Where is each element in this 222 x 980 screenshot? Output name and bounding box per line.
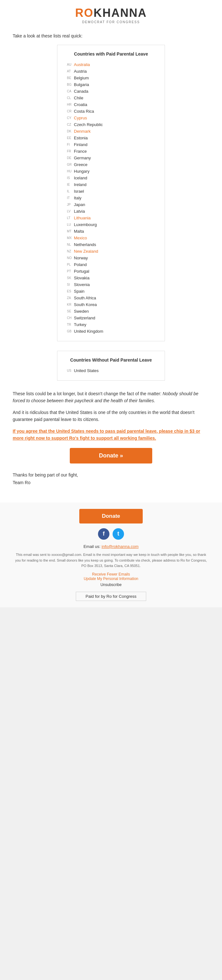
list-item: nzNew Zealand <box>67 248 155 255</box>
country-name: Iceland <box>74 175 87 180</box>
country-code: gr <box>67 163 74 166</box>
country-name: Turkey <box>74 322 86 327</box>
table1-title: Countries with Paid Parental Leave <box>67 51 155 57</box>
list-item: lvLatvia <box>67 208 155 215</box>
logo-ro: RO <box>75 6 94 19</box>
list-item: fiFinland <box>67 141 155 148</box>
table2-title: Countries Without Paid Parental Leave <box>67 358 155 363</box>
country-name: Japan <box>74 202 85 207</box>
country-name: Ireland <box>74 182 87 187</box>
country-name: Cyprus <box>74 116 87 120</box>
country-name: Poland <box>74 262 87 267</box>
country-code: kr <box>67 303 74 306</box>
email-label: Email us: <box>83 544 100 549</box>
country-name: New Zealand <box>74 249 98 254</box>
country-name: Portugal <box>74 269 89 274</box>
cta-link[interactable]: If you agree that the United States need… <box>13 428 209 442</box>
country-name: Denmark <box>74 129 91 134</box>
update-info-link[interactable]: Update My Personal Information <box>84 576 138 581</box>
country-code: ca <box>67 89 74 93</box>
country-code: za <box>67 296 74 300</box>
country-code: lv <box>67 210 74 213</box>
logo: ROKHANNA <box>0 6 222 20</box>
country-code: jp <box>67 203 74 206</box>
country-name: Mexico <box>74 235 87 240</box>
country-code: au <box>67 63 74 66</box>
footer-donate-button[interactable]: Donate <box>79 509 143 523</box>
list-item: eeEstonia <box>67 135 155 141</box>
country-code: hu <box>67 170 74 173</box>
country-name: South Africa <box>74 296 96 300</box>
country-code: mt <box>67 229 74 233</box>
country-code: tr <box>67 323 74 326</box>
list-item: ilIsrael <box>67 188 155 195</box>
table-without-leave: Countries Without Paid Parental Leave us… <box>57 351 165 381</box>
country-code: se <box>67 310 74 313</box>
country-name: Canada <box>74 89 89 94</box>
country-code: no <box>67 256 74 260</box>
unsubscribe[interactable]: Unsubscribe <box>13 582 209 587</box>
social-icons: f t <box>13 528 209 540</box>
donate-button-main[interactable]: Donate » <box>70 448 152 463</box>
country-name: Sweden <box>74 309 89 313</box>
list-item: trTurkey <box>67 321 155 328</box>
country-code: at <box>67 70 74 73</box>
content-area: Take a look at these lists real quick: C… <box>0 29 222 493</box>
email-link[interactable]: info@rokhanna.com <box>101 544 139 549</box>
list-item: jpJapan <box>67 201 155 208</box>
list-item: auAustralia <box>67 61 155 68</box>
country-name: Greece <box>74 162 87 167</box>
list-item: dkDenmark <box>67 128 155 135</box>
list-item: siSlovenia <box>67 281 155 288</box>
country-code: us <box>67 369 74 372</box>
country-code: ie <box>67 183 74 186</box>
country-name: Finland <box>74 142 87 147</box>
country-code: mx <box>67 236 74 240</box>
list-item: deGermany <box>67 154 155 161</box>
list-item: nlNetherlands <box>67 241 155 248</box>
country-name: South Korea <box>74 302 97 307</box>
list-item: isIceland <box>67 175 155 181</box>
country-code: si <box>67 283 74 286</box>
list-item: ptPortugal <box>67 268 155 275</box>
list-item: seSweden <box>67 308 155 315</box>
list-item: noNorway <box>67 255 155 261</box>
table1-countries: auAustraliaatAustriabeBelgiumbgBulgariac… <box>67 61 155 335</box>
list-item: mxMexico <box>67 235 155 241</box>
country-name: Costa Rica <box>74 109 94 114</box>
facebook-icon[interactable]: f <box>98 528 109 540</box>
country-code: il <box>67 189 74 193</box>
fewer-emails-link[interactable]: Receive Fewer Emails <box>92 572 130 576</box>
country-code: is <box>67 176 74 180</box>
country-name: United Kingdom <box>74 329 103 334</box>
country-name: Croatia <box>74 102 87 107</box>
list-item: frFrance <box>67 148 155 154</box>
country-name: Spain <box>74 289 84 294</box>
list-item: caCanada <box>67 88 155 95</box>
list-item: beBelgium <box>67 75 155 81</box>
country-name: France <box>74 149 87 154</box>
list-item: huHungary <box>67 168 155 175</box>
country-name: Czech Republic <box>74 122 103 127</box>
list-item: itItaly <box>67 195 155 201</box>
sign-off: Thanks for being part of our fight, Team… <box>13 471 209 487</box>
table-with-leave: Countries with Paid Parental Leave auAus… <box>57 45 165 341</box>
country-name: Austria <box>74 69 87 74</box>
list-item: skSlovakia <box>67 275 155 281</box>
country-name: Australia <box>74 62 90 67</box>
country-code: cr <box>67 110 74 113</box>
list-item: gbUnited Kingdom <box>67 328 155 335</box>
twitter-icon[interactable]: t <box>113 528 124 540</box>
list-item: krSouth Korea <box>67 301 155 308</box>
country-code: sk <box>67 276 74 280</box>
country-code: pl <box>67 263 74 266</box>
country-name: Switzerland <box>74 315 95 320</box>
country-code: pt <box>67 269 74 273</box>
country-code: cy <box>67 116 74 120</box>
list-item: czCzech Republic <box>67 121 155 128</box>
country-name: Lithuania <box>74 216 91 220</box>
country-name: Hungary <box>74 169 89 173</box>
country-name: Norway <box>74 256 88 260</box>
footer-legal: This email was sent to xxxxxx@gmail.com.… <box>13 552 209 569</box>
list-item: bgBulgaria <box>67 81 155 88</box>
